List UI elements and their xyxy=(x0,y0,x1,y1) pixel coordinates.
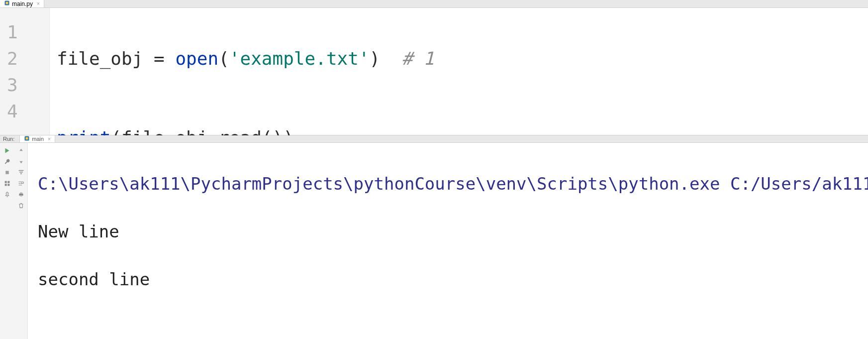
wrench-button[interactable] xyxy=(0,156,14,167)
svg-rect-8 xyxy=(4,184,6,186)
print-button[interactable] xyxy=(14,189,28,200)
editor-tabs-bar: main.py × xyxy=(0,0,868,8)
soft-wrap-button[interactable] xyxy=(14,178,28,189)
svg-rect-11 xyxy=(20,192,22,193)
python-file-icon xyxy=(24,135,30,142)
run-config-tab[interactable]: main × xyxy=(19,135,55,142)
rerun-button[interactable] xyxy=(0,145,14,156)
token-punct: ( xyxy=(218,48,229,69)
token-punct: = xyxy=(154,48,175,69)
editor-tab-main[interactable]: main.py × xyxy=(0,0,44,7)
console-output[interactable]: C:\Users\ak111\PycharmProjects\pythonCou… xyxy=(28,143,868,339)
run-tool-header: Run: main × xyxy=(0,135,868,143)
python-file-icon xyxy=(4,0,10,7)
spacer xyxy=(0,200,14,211)
token-comment: # 1 xyxy=(402,48,434,69)
down-button[interactable] xyxy=(14,156,28,167)
svg-marker-4 xyxy=(5,148,9,153)
svg-rect-5 xyxy=(5,171,9,174)
editor-gutter: 1 2 3 4 xyxy=(0,8,50,135)
token-space xyxy=(380,48,401,69)
trash-button[interactable] xyxy=(14,200,28,211)
run-label: Run: xyxy=(3,136,14,142)
svg-rect-12 xyxy=(20,195,22,196)
token-builtin: open xyxy=(175,48,218,69)
console-output-line: second line xyxy=(38,267,868,291)
svg-rect-3 xyxy=(26,137,28,140)
stop-button[interactable] xyxy=(0,167,14,178)
svg-rect-1 xyxy=(6,2,8,4)
svg-rect-6 xyxy=(4,181,6,183)
pin-button[interactable] xyxy=(0,189,14,200)
line-number: 3 xyxy=(0,72,49,98)
line-number: 4 xyxy=(0,98,49,124)
console-command-line: C:\Users\ak111\PycharmProjects\pythonCou… xyxy=(38,172,868,196)
editor-area: 1 2 3 4 file_obj = open('example.txt') #… xyxy=(0,8,868,135)
code-line: file_obj = open('example.txt') # 1 xyxy=(57,45,434,72)
close-icon[interactable]: × xyxy=(37,1,40,6)
svg-rect-7 xyxy=(7,181,9,183)
token-punct: ) xyxy=(370,48,381,69)
svg-rect-9 xyxy=(7,184,9,186)
close-icon[interactable]: × xyxy=(48,136,51,142)
console-area: C:\Users\ak111\PycharmProjects\pythonCou… xyxy=(0,143,868,339)
console-toolbar xyxy=(0,143,28,339)
up-button[interactable] xyxy=(14,145,28,156)
filter-button[interactable] xyxy=(14,167,28,178)
layout-button[interactable] xyxy=(0,178,14,189)
code-editor[interactable]: file_obj = open('example.txt') # 1 print… xyxy=(50,8,434,135)
line-number: 2 xyxy=(0,45,49,72)
run-tab-label: main xyxy=(32,136,44,142)
token-identifier: file_obj xyxy=(57,48,154,69)
line-number: 1 xyxy=(0,19,49,45)
console-output-line: New line xyxy=(38,220,868,243)
editor-tab-label: main.py xyxy=(12,0,33,7)
token-string: 'example.txt' xyxy=(229,48,370,69)
